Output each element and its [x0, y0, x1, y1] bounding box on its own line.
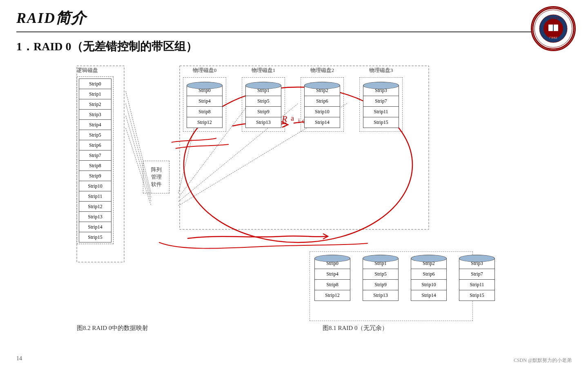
bottom-disk-0-strip-12: Strip12: [314, 290, 350, 301]
caption-right: 图8.1 RAID 0（无冗余）: [323, 324, 388, 332]
caption-right-text: 图8.1 RAID 0（无冗余）: [323, 325, 388, 331]
disk-0-strip-4: Strip4: [187, 96, 223, 107]
svg-rect-4: [548, 25, 553, 31]
bottom-disk-3-strip-15: Strip15: [459, 290, 495, 301]
physical-disk-1-outer: Strip1 Strip5 Strip9 Strip13: [242, 77, 285, 132]
disk-3-top: [363, 82, 399, 89]
logical-disk-box: Strip0 Strip1 Strip2 Strip3 Strip4 Strip…: [77, 76, 114, 244]
array-mgmt-label: 阵列管理软件: [151, 166, 162, 188]
strip-row-1: Strip1: [79, 89, 111, 99]
bottom-disk-1-strip-13: Strip13: [363, 290, 399, 301]
svg-rect-6: [553, 25, 554, 31]
physical-disks-container: 物理磁盘0 Strip0 Strip4 Strip8 Strip12 物理磁盘1: [183, 67, 403, 132]
disk-2-strip-6: Strip6: [304, 96, 340, 107]
disk-2-strip-14: Strip14: [304, 117, 340, 128]
bottom-disk-0: Strip0 Strip4 Strip8 Strip12: [314, 255, 350, 301]
physical-disk-2-label: 物理磁盘2: [310, 67, 334, 74]
disk-0-top: [187, 82, 223, 89]
bottom-disk-3-strip-7: Strip7: [459, 269, 495, 280]
bottom-disk-1-strip-5: Strip5: [363, 269, 399, 280]
watermark: CSDN @默默努力的小老弟: [514, 357, 572, 364]
strip-row-15: Strip15: [79, 232, 111, 242]
bottom-disk-1-top: [363, 255, 399, 262]
strip-row-6: Strip6: [79, 140, 111, 150]
physical-disk-0-outer: Strip0 Strip4 Strip8 Strip12: [183, 77, 226, 132]
page-title: RAID简介: [16, 8, 572, 28]
strip-row-5: Strip5: [79, 130, 111, 140]
caption-left: 图8.2 RAID 0中的数据映射: [77, 324, 148, 332]
strip-row-10: Strip10: [79, 181, 111, 191]
physical-disk-3: 物理磁盘3 Strip3 Strip7 Strip11 Strip15: [359, 67, 403, 132]
strip-row-12: Strip12: [79, 201, 111, 212]
bottom-disk-3-top: [459, 255, 495, 262]
physical-disk-3-label: 物理磁盘3: [369, 67, 393, 74]
svg-rect-5: [553, 25, 558, 31]
strip-row-4: Strip4: [79, 119, 111, 130]
bottom-disk-1-strip-9: Strip9: [363, 280, 399, 290]
strip-row-2: Strip2: [79, 99, 111, 110]
logical-disk-section: 逻辑磁盘 Strip0 Strip1 Strip2 Strip3 Strip4 …: [77, 67, 114, 244]
strip-row-14: Strip14: [79, 222, 111, 232]
caption-left-text: 图8.2 RAID 0中的数据映射: [77, 325, 148, 331]
bottom-disk-0-strip-4: Strip4: [314, 269, 350, 280]
strip-row-8: Strip8: [79, 160, 111, 171]
disk-3-strip-15: Strip15: [363, 117, 399, 128]
disk-0-strip-12: Strip12: [187, 117, 223, 128]
bottom-disk-2-strip-6: Strip6: [411, 269, 447, 280]
disk-1-strip-13: Strip13: [245, 117, 281, 128]
strip-row-0: Strip0: [79, 79, 111, 89]
physical-disk-2-outer: Strip2 Strip6 Strip10 Strip14: [301, 77, 344, 132]
svg-text:广东培正学院: 广东培正学院: [547, 17, 559, 19]
disk-3-strip-11: Strip11: [363, 107, 399, 117]
bottom-disk-3-strip-11: Strip11: [459, 280, 495, 290]
physical-disk-2: 物理磁盘2 Strip2 Strip6 Strip10 Strip14: [301, 67, 344, 132]
strip-row-3: Strip3: [79, 109, 111, 120]
logo: 广东培正 广东培正学院: [531, 6, 576, 51]
page-number: 14: [16, 355, 22, 362]
strip-row-11: Strip11: [79, 191, 111, 202]
strip-row-7: Strip7: [79, 150, 111, 161]
physical-disk-0: 物理磁盘0 Strip0 Strip4 Strip8 Strip12: [183, 67, 226, 132]
strip-row-13: Strip13: [79, 211, 111, 222]
page: 广东培正 广东培正学院 RAID简介 1．RAID 0（无差错控制的带区组）: [0, 0, 588, 368]
strip-row-9: Strip9: [79, 171, 111, 181]
bottom-disk-2-top: [411, 255, 447, 262]
section-title: 1．RAID 0（无差错控制的带区组）: [16, 39, 572, 54]
bottom-disk-3: Strip3 Strip7 Strip11 Strip15: [459, 255, 495, 301]
bottom-disk-2: Strip2 Strip6 Strip10 Strip14: [411, 255, 447, 301]
bottom-disk-2-strip-10: Strip10: [411, 280, 447, 290]
physical-disk-1-label: 物理磁盘1: [252, 67, 276, 74]
main-diagram: R a i d 逻辑磁盘 Strip0 Strip1: [16, 63, 572, 332]
disk-1-strip-9: Strip9: [245, 107, 281, 117]
physical-disk-1: 物理磁盘1 Strip1 Strip5 Strip9 Strip13: [242, 67, 285, 132]
disk-1-strip-5: Strip5: [245, 96, 281, 107]
disk-2-strip-10: Strip10: [304, 107, 340, 117]
disk-3-strip-7: Strip7: [363, 96, 399, 107]
bottom-disk-0-top: [314, 255, 350, 262]
disk-2-top: [304, 82, 340, 89]
svg-text:广东培正: 广东培正: [549, 36, 557, 39]
disk-0-strip-8: Strip8: [187, 107, 223, 117]
logical-disk-label: 逻辑磁盘: [77, 67, 114, 74]
bottom-disk-0-strip-8: Strip8: [314, 280, 350, 290]
title-divider: [16, 31, 572, 32]
bottom-disk-2-strip-14: Strip14: [411, 290, 447, 301]
array-management-box: 阵列管理软件: [143, 161, 169, 193]
disk-1-top: [245, 82, 281, 89]
bottom-disk-1: Strip1 Strip5 Strip9 Strip13: [363, 255, 399, 301]
physical-disk-3-outer: Strip3 Strip7 Strip11 Strip15: [359, 77, 403, 132]
physical-disk-0-label: 物理磁盘0: [193, 67, 217, 74]
